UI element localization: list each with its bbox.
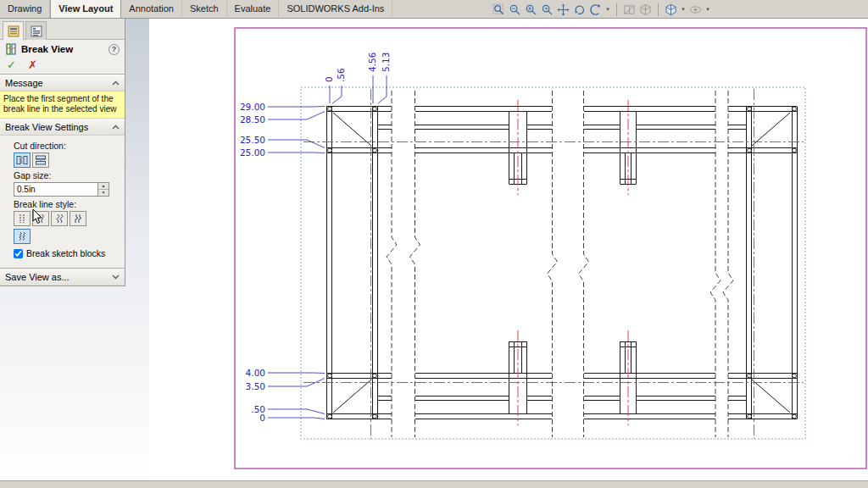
tab-drawing[interactable]: Drawing	[0, 0, 50, 18]
zoom-in-out-icon[interactable]	[524, 3, 538, 17]
save-view-as-header[interactable]: Save View as...	[0, 268, 125, 286]
rotate-view-icon[interactable]	[572, 3, 587, 17]
pan-icon[interactable]	[556, 3, 570, 17]
message-group-header[interactable]: Message	[0, 75, 125, 92]
dimension-label[interactable]: 0	[259, 413, 265, 423]
panel-title-row: Break View ?	[0, 40, 125, 58]
dimension-label[interactable]: 4.00	[246, 368, 265, 378]
zoom-to-selection-icon[interactable]	[540, 3, 554, 17]
message-box: Place the first segment of the break lin…	[0, 92, 125, 119]
toolbar-separator	[658, 3, 659, 16]
hide-show-dropdown-icon[interactable]: ▾	[704, 6, 711, 13]
break-sketch-blocks-checkbox[interactable]	[14, 249, 23, 258]
drawing-canvas[interactable]: 29.00 28.50 25.50 25.00 4.00 3.50 .50 0 …	[149, 19, 868, 480]
left-panel-region: Break View ? ✓ ✗ Message Place the first…	[0, 19, 149, 488]
zoom-to-area-icon[interactable]	[508, 3, 522, 17]
mouse-cursor	[32, 208, 43, 228]
cut-vertical-button[interactable]	[14, 152, 31, 168]
help-icon[interactable]: ?	[108, 44, 120, 55]
display-style-dropdown-icon[interactable]: ▾	[680, 6, 687, 13]
dimension-label[interactable]: 29.00	[240, 102, 265, 112]
save-view-as-label: Save View as...	[5, 272, 70, 282]
gap-size-stepper: ▲ ▼	[98, 182, 109, 197]
ribbon-tab-bar: Drawing View Layout Annotation Sketch Ev…	[0, 0, 868, 19]
small-zigzag-cut-style-button[interactable]	[70, 211, 86, 226]
tab-solidworks-add-ins[interactable]: SOLIDWORKS Add-Ins	[279, 0, 392, 18]
dimension-label[interactable]: 0	[324, 76, 334, 82]
hide-show-items-icon[interactable]	[688, 3, 703, 17]
tab-view-layout[interactable]: View Layout	[50, 0, 121, 18]
tab-annotation[interactable]: Annotation	[121, 0, 182, 18]
break-line-style-label: Break line style:	[14, 199, 121, 209]
panel-title: Break View	[21, 44, 73, 54]
message-header-label: Message	[5, 78, 43, 88]
cancel-button[interactable]: ✗	[28, 58, 37, 71]
break-line-style-buttons-row2	[14, 229, 121, 244]
previous-view-dropdown-icon[interactable]: ▾	[604, 6, 611, 13]
ok-button[interactable]: ✓	[7, 58, 16, 71]
dimension-label[interactable]: 25.00	[240, 147, 265, 158]
zoom-to-fit-icon[interactable]	[492, 3, 506, 17]
dimension-label[interactable]: 25.50	[240, 135, 265, 145]
gap-size-field: ▲ ▼	[14, 182, 121, 197]
view-toolbar: ▾ ▾ ▾	[492, 0, 711, 19]
dimension-label[interactable]: 4.56	[367, 52, 377, 72]
property-manager-tab-icon	[8, 25, 19, 37]
panel-tab-strip	[0, 19, 125, 40]
panel-action-row: ✓ ✗	[0, 58, 125, 75]
settings-header-label: Break View Settings	[5, 122, 88, 132]
toolbar-separator	[616, 3, 617, 16]
dimension-label[interactable]: 3.50	[246, 381, 265, 391]
break-line-style-buttons-row1	[14, 211, 121, 226]
gap-size-input[interactable]	[14, 182, 98, 197]
gap-size-label: Gap size:	[14, 170, 121, 180]
collapse-chevron-icon[interactable]	[112, 80, 120, 86]
cut-direction-buttons	[14, 152, 121, 168]
tab-evaluate[interactable]: Evaluate	[227, 0, 280, 18]
cut-direction-label: Cut direction:	[14, 141, 121, 151]
feature-tree-tab[interactable]	[25, 21, 47, 40]
graphics-area[interactable]: 29.00 28.50 25.50 25.00 4.00 3.50 .50 0 …	[149, 19, 868, 480]
section-view-icon[interactable]	[622, 3, 637, 17]
tab-sketch[interactable]: Sketch	[182, 0, 227, 18]
dimension-label[interactable]: .56	[336, 68, 346, 82]
collapse-chevron-icon[interactable]	[112, 125, 120, 130]
jagged-cut-style-button[interactable]	[14, 229, 31, 244]
spin-down-icon[interactable]: ▼	[98, 190, 108, 196]
break-view-settings-header[interactable]: Break View Settings	[0, 119, 125, 136]
view-orientation-icon[interactable]	[638, 3, 653, 17]
feature-tree-tab-icon	[31, 25, 42, 37]
property-manager-panel: Break View ? ✓ ✗ Message Place the first…	[0, 19, 125, 286]
break-view-icon	[5, 43, 17, 55]
cut-horizontal-button[interactable]	[32, 152, 49, 168]
spin-up-icon[interactable]: ▲	[98, 183, 108, 190]
expand-chevron-icon[interactable]	[112, 274, 120, 280]
status-bar	[0, 480, 868, 488]
break-sketch-blocks-label: Break sketch blocks	[26, 248, 105, 258]
previous-view-icon[interactable]	[588, 3, 603, 17]
property-manager-tab[interactable]	[3, 21, 24, 40]
dimension-label[interactable]: 5.13	[381, 53, 391, 72]
zigzag-cut-style-button[interactable]	[51, 211, 68, 226]
break-view-settings-body: Cut direction: Gap size: ▲ ▼ Break line …	[0, 136, 125, 263]
straight-cut-style-button[interactable]	[14, 211, 31, 226]
dimension-label[interactable]: 28.50	[240, 114, 265, 125]
display-style-icon[interactable]	[664, 3, 678, 17]
break-sketch-blocks-row: Break sketch blocks	[14, 248, 121, 258]
